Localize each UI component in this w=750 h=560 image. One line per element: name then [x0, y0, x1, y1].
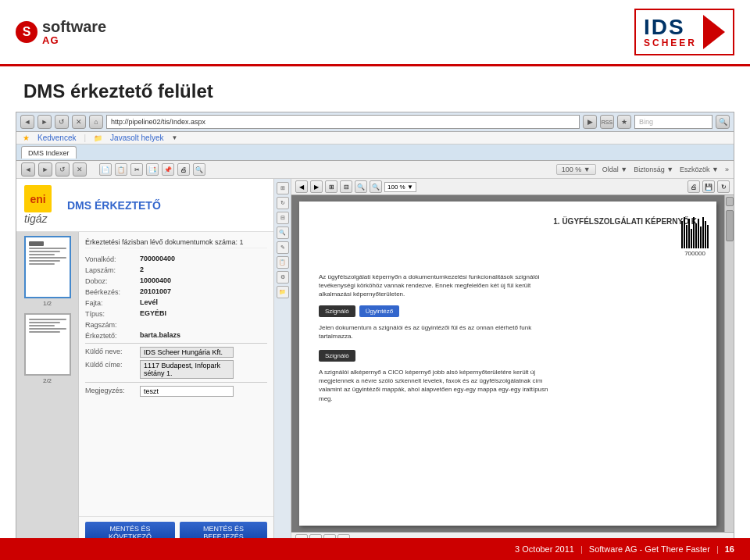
doc-tool-rotate[interactable]: ↻: [717, 180, 730, 193]
cmd-icon-5[interactable]: 📌: [162, 163, 174, 176]
suggested-label[interactable]: Javasolt helyek: [110, 134, 163, 142]
cmd-icon-7[interactable]: 🔍: [193, 163, 205, 176]
thumb-line-a: [29, 319, 66, 320]
doc-zoom-select[interactable]: 100 % ▼: [384, 182, 416, 192]
zoom-value: 100 %: [562, 166, 582, 173]
sidebar-icon-5[interactable]: ✎: [277, 241, 289, 254]
doc-tool-1[interactable]: ◀: [295, 180, 308, 193]
refresh-button[interactable]: ↺: [55, 115, 69, 129]
cmd-stop-button[interactable]: ✕: [73, 162, 87, 177]
folder-icon: 📁: [94, 134, 102, 142]
browser-address-toolbar: ◄ ► ↺ ✕ ⌂ http://pipeline02/tis/Index.as…: [16, 112, 734, 132]
favorites-bar: ★ Kedvencek | 📁 Javasolt helyek ▼: [16, 132, 734, 144]
cmd-refresh-button[interactable]: ↺: [55, 162, 70, 177]
doc-tool-6[interactable]: 🔍: [370, 180, 382, 193]
ag-text: AG: [42, 35, 106, 46]
search-bar[interactable]: Bing: [634, 115, 712, 129]
address-bar[interactable]: http://pipeline02/tis/Index.aspx: [106, 115, 580, 129]
ids-arrow-icon: [703, 15, 725, 49]
dms-title: DMS ÉRKEZTETŐ: [67, 199, 161, 212]
cmd-forward-button[interactable]: ►: [38, 162, 52, 177]
cmd-icon-3[interactable]: ✂: [130, 163, 143, 176]
doc-tool-save[interactable]: 💾: [702, 180, 715, 193]
favorites-star-icon: ★: [23, 134, 30, 142]
divider: |: [84, 134, 86, 142]
bar5: [691, 229, 692, 248]
bar11: [705, 221, 706, 248]
thumb-img-2: [24, 313, 71, 376]
sidebar-icon-4[interactable]: 🔍: [277, 226, 289, 239]
star-button[interactable]: ★: [617, 115, 631, 129]
thumb-img-1: [24, 236, 71, 298]
sidebar-icon-3[interactable]: ⊟: [277, 212, 289, 224]
software-text: software: [42, 18, 106, 35]
field-doboz: Doboz: 10000400: [85, 276, 267, 285]
doc-tool-3[interactable]: ⊞: [325, 180, 338, 193]
sender-name-value: IDS Scheer Hungária Kft.: [140, 347, 234, 358]
search-placeholder: Bing: [639, 118, 653, 126]
home-button[interactable]: ⌂: [89, 115, 103, 129]
forward-button[interactable]: ►: [38, 115, 52, 129]
go-button[interactable]: ▶: [583, 115, 597, 129]
page-label: Oldal ▼: [602, 166, 627, 173]
cmd-icon-2[interactable]: 📋: [115, 163, 127, 176]
sender-address-value: 1117 Budapest, Infopark sétány 1.: [140, 360, 234, 379]
search-button[interactable]: 🔍: [716, 115, 730, 129]
dms-header: eni tigáz DMS ÉRKEZTETŐ: [16, 179, 273, 232]
cmd-icon-1[interactable]: 📄: [99, 163, 112, 176]
doc-page-content: 1. ÜGYFÉLSZOLGÁLATI KÉPERNYŐ K: [299, 202, 716, 419]
dms-indexer-tab[interactable]: DMS Indexer: [21, 146, 77, 159]
signalo-button-2[interactable]: Szignáló: [319, 350, 355, 362]
scroll-up-arrow[interactable]: [726, 197, 734, 206]
scrollbar-thumb[interactable]: [726, 210, 734, 241]
doc-toolbar: ◀ ▶ ⊞ ⊟ 🔍 🔍 100 % ▼ 🖨 💾 ↻: [291, 179, 734, 195]
more-icon[interactable]: »: [725, 166, 729, 173]
section-divider: [85, 343, 267, 344]
doc-tool-5[interactable]: 🔍: [355, 180, 367, 193]
bar8: [698, 219, 699, 248]
sidebar-icon-6[interactable]: 📋: [277, 256, 289, 269]
doc-tool-print[interactable]: 🖨: [688, 180, 700, 193]
tools-label: Eszközök ▼: [680, 166, 719, 173]
rss-button[interactable]: RSS: [600, 115, 614, 129]
vonalkod-value: 700000400: [140, 255, 175, 262]
field-erkezteto: Érkeztető: barta.balazs: [85, 331, 267, 340]
notes-input[interactable]: [140, 386, 234, 397]
field-sender-address: Küldő címe: 1117 Budapest, Infopark sétá…: [85, 360, 267, 379]
favorites-label[interactable]: Kedvencek: [38, 134, 76, 142]
zoom-select[interactable]: 100 % ▼: [556, 164, 596, 175]
thumbnail-1[interactable]: 1/2: [24, 236, 71, 307]
cmd-back-button[interactable]: ◄: [21, 162, 35, 177]
ugyintzo-button[interactable]: Ügyintéző: [359, 305, 400, 317]
barcode-area: 700000: [681, 217, 709, 257]
cmd-icon-4[interactable]: 📑: [146, 163, 159, 176]
doc-tool-2[interactable]: ▶: [310, 180, 323, 193]
page-title: DMS érkeztető felület: [23, 80, 727, 102]
barcode-number: 700000: [684, 250, 705, 257]
sidebar-icon-8[interactable]: 📁: [277, 286, 289, 298]
doc-scrollbar[interactable]: [724, 195, 734, 532]
sidebar-icon-2[interactable]: ↻: [277, 197, 289, 209]
dms-form-area: Érkeztetési fázisban lévő dokumentumok s…: [79, 232, 273, 516]
field-notes: Megjegyzés:: [85, 386, 267, 397]
doc-content: 1. ÜGYFÉLSZOLGÁLATI KÉPERNYŐ K: [291, 195, 724, 532]
sidebar-icon-1[interactable]: ⊞: [277, 182, 289, 194]
bar10: [702, 217, 704, 248]
dms-count-text: Érkeztetési fázisban lévő dokumentumok s…: [85, 237, 267, 248]
lapszam-label: Lapszám:: [85, 266, 140, 274]
dms-form-panel: Érkeztetési fázisban lévő dokumentumok s…: [79, 232, 273, 548]
signalo-button-1[interactable]: Szignáló: [319, 305, 355, 317]
footer-page: 16: [725, 544, 734, 554]
eni-flame-icon: eni: [24, 185, 52, 212]
signalo-btn-2-wrapper: Szignáló: [319, 350, 697, 362]
back-button[interactable]: ◄: [20, 115, 34, 129]
doc-tool-4[interactable]: ⊟: [340, 180, 352, 193]
suggested-dropdown-icon[interactable]: ▼: [171, 134, 177, 141]
field-tipus: Típus: EGYÉBI: [85, 309, 267, 318]
ids-text-block: IDS SCHEER: [644, 16, 697, 48]
stop-button[interactable]: ✕: [72, 115, 86, 129]
thumbnail-2[interactable]: 2/2: [24, 313, 71, 384]
barcode-bars: [681, 217, 709, 248]
sidebar-icon-7[interactable]: ⚙: [277, 271, 289, 284]
cmd-icon-6[interactable]: 🖨: [177, 163, 190, 176]
